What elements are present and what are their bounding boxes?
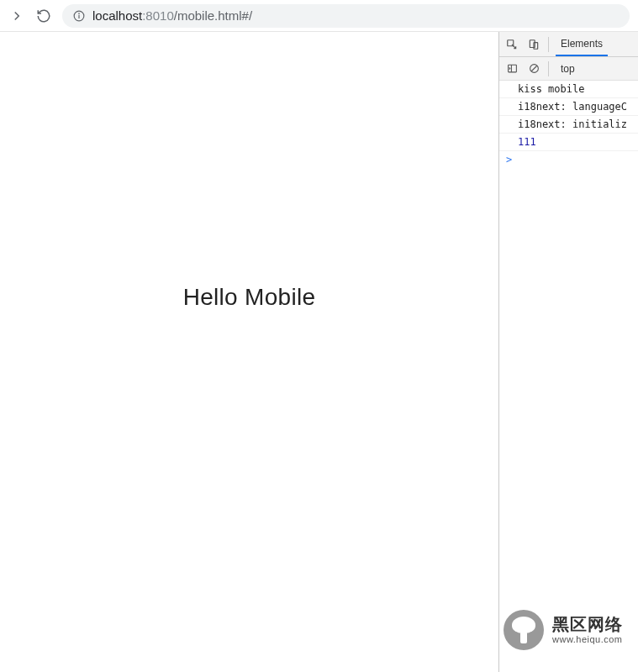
console-separator (548, 61, 549, 76)
console-message: i18next: languageC (499, 98, 638, 116)
url-text: localhost:8010/mobile.html#/ (92, 8, 252, 23)
console-message: i18next: initializ (499, 116, 638, 134)
url-port: :8010 (142, 8, 174, 23)
watermark-text: 黑区网络 www.heiqu.com (552, 614, 623, 645)
watermark: 黑区网络 www.heiqu.com (504, 610, 623, 650)
watermark-subtitle: www.heiqu.com (552, 634, 623, 645)
console-message: kiss mobile (499, 81, 638, 98)
devtools-separator (548, 37, 549, 52)
site-info-icon[interactable] (72, 9, 86, 23)
clear-console-icon[interactable] (526, 61, 541, 76)
page-heading: Hello Mobile (183, 284, 316, 311)
watermark-title: 黑区网络 (552, 614, 623, 634)
devtools-panel: Elements top kiss mobile i18next: (498, 32, 638, 672)
inspect-element-icon[interactable] (504, 37, 519, 52)
mushroom-icon (504, 610, 544, 650)
device-toggle-icon[interactable] (526, 37, 541, 52)
main-area: Hello Mobile Elements (0, 32, 638, 672)
console-prompt[interactable]: > (499, 151, 638, 168)
console-output[interactable]: kiss mobile i18next: languageC i18next: … (499, 81, 638, 672)
console-message: 111 (499, 134, 638, 151)
reload-button[interactable] (35, 8, 52, 24)
forward-button[interactable] (8, 8, 25, 24)
console-toolbar: top (499, 57, 638, 81)
browser-address-bar: localhost:8010/mobile.html#/ (0, 0, 638, 32)
svg-line-9 (531, 66, 537, 71)
devtools-tabbar: Elements (499, 32, 638, 57)
console-sidebar-toggle-icon[interactable] (504, 61, 519, 76)
url-input[interactable]: localhost:8010/mobile.html#/ (62, 4, 630, 28)
console-context-selector[interactable]: top (556, 63, 580, 75)
svg-point-2 (79, 13, 80, 13)
url-host: localhost (92, 8, 142, 23)
url-path: /mobile.html#/ (174, 8, 252, 23)
tab-elements[interactable]: Elements (556, 32, 608, 56)
page-viewport: Hello Mobile (0, 32, 498, 672)
